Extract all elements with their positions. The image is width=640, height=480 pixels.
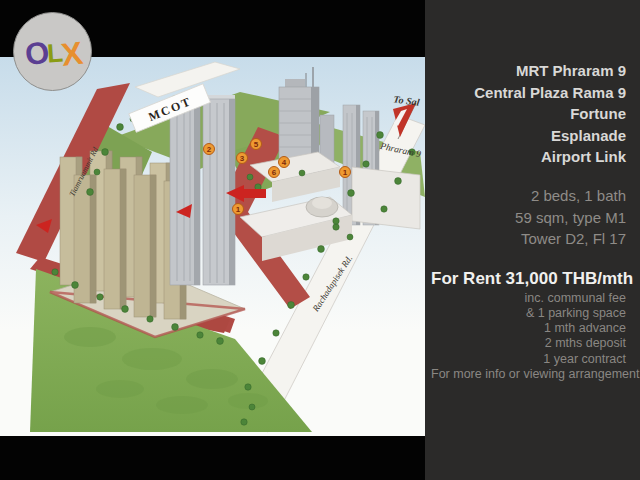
svg-text:4: 4 — [282, 158, 287, 167]
unit-detail-item: 59 sqm, type M1 — [431, 207, 626, 229]
landmark-item: Fortune — [431, 103, 626, 125]
map-marker: 6 — [269, 167, 280, 178]
listing-info-panel: MRT Phraram 9 Central Plaza Rama 9 Fortu… — [425, 0, 640, 480]
landmark-item: Airport Link — [431, 146, 626, 168]
map-marker: 2 — [204, 144, 215, 155]
olx-logo-letter-x: X — [59, 36, 82, 70]
unit-details: 2 beds, 1 bath 59 sqm, type M1 Tower D2,… — [431, 185, 626, 250]
rental-term-item: 1 mth advance — [431, 321, 626, 336]
svg-text:3: 3 — [240, 154, 245, 163]
site-map-svg: MCOT To Sal Phraram 9 Tiamruammit Rd Rac… — [0, 57, 425, 436]
rental-term-item: inc. communal fee — [431, 291, 626, 306]
olx-logo: O L X — [13, 12, 92, 91]
map-marker: 1 — [340, 167, 351, 178]
rent-price: For Rent 31,000 THB/mth — [431, 268, 626, 290]
map-marker: 3 — [237, 153, 248, 164]
svg-text:1: 1 — [236, 205, 241, 214]
nearby-landmarks: MRT Phraram 9 Central Plaza Rama 9 Fortu… — [431, 60, 626, 168]
landmark-item: Central Plaza Rama 9 — [431, 82, 626, 104]
landmark-item: MRT Phraram 9 — [431, 60, 626, 82]
map-marker: 4 — [279, 157, 290, 168]
svg-text:2: 2 — [207, 145, 212, 154]
svg-text:5: 5 — [254, 140, 259, 149]
svg-text:1: 1 — [343, 168, 348, 177]
unit-detail-item: 2 beds, 1 bath — [431, 185, 626, 207]
site-map-image: MCOT To Sal Phraram 9 Tiamruammit Rd Rac… — [0, 57, 425, 436]
rental-term-item: 2 mths deposit — [431, 336, 626, 351]
svg-text:6: 6 — [272, 168, 277, 177]
rental-terms: inc. communal fee & 1 parking space 1 mt… — [431, 291, 626, 382]
rental-term-item: & 1 parking space — [431, 306, 626, 321]
map-marker: 5 — [251, 139, 262, 150]
listing-image: MCOT To Sal Phraram 9 Tiamruammit Rd Rac… — [0, 0, 640, 480]
rental-term-item: 1 year contract — [431, 352, 626, 367]
unit-detail-item: Tower D2, Fl 17 — [431, 228, 626, 250]
landmark-item: Esplanade — [431, 125, 626, 147]
map-marker: 1 — [233, 204, 244, 215]
rental-term-item: For more info or viewing arrangement — [431, 367, 626, 382]
